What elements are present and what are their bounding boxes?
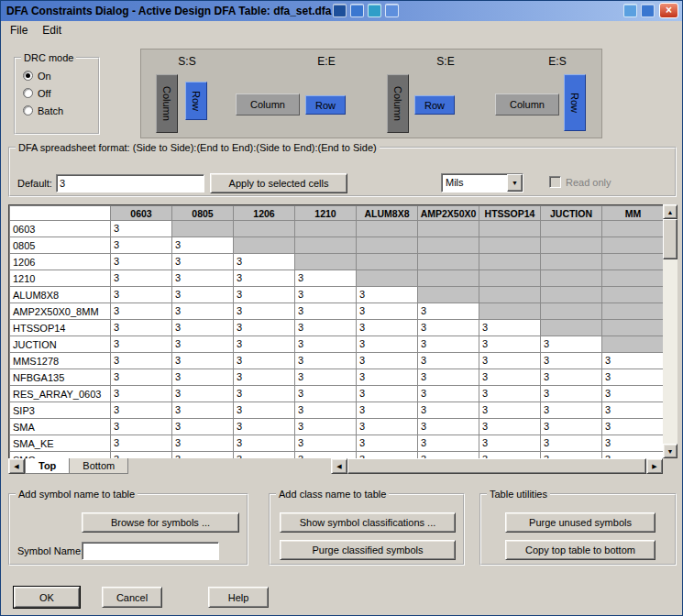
grid-cell[interactable]: 3 <box>418 386 479 402</box>
grid-cell[interactable]: 3 <box>172 254 234 270</box>
grid-cell[interactable] <box>418 254 479 270</box>
grid-cell[interactable]: 3 <box>111 320 172 336</box>
grid-cell[interactable]: 3 <box>418 353 479 369</box>
grid-cell[interactable]: 3 <box>172 237 234 254</box>
grid-cell[interactable]: 3 <box>357 287 418 303</box>
se-column-button[interactable]: Column <box>387 74 409 133</box>
column-header-1206[interactable]: 1206 <box>234 206 295 221</box>
grid-cell[interactable] <box>479 287 541 303</box>
grid-cell[interactable]: 3 <box>234 254 295 270</box>
row-header-mms1278[interactable]: MMS1278 <box>10 353 111 369</box>
menu-file[interactable]: File <box>3 21 35 39</box>
grid-cell[interactable]: 3 <box>111 435 172 452</box>
tab-scroll-left-button[interactable]: ◀ <box>8 458 25 474</box>
grid-cell[interactable] <box>602 254 664 270</box>
grid-cell[interactable] <box>541 237 602 254</box>
row-header-sma[interactable]: SMA <box>10 419 111 435</box>
read-only-checkbox[interactable] <box>549 176 561 188</box>
grid-cell[interactable]: 3 <box>479 353 541 369</box>
column-header-htssop14[interactable]: HTSSOP14 <box>479 206 541 221</box>
grid-cell[interactable]: 3 <box>172 419 234 435</box>
grid-cell[interactable]: 3 <box>479 386 541 402</box>
grid-cell[interactable]: 3 <box>172 435 234 452</box>
grid-cell[interactable]: 3 <box>234 419 295 435</box>
grid-cell[interactable] <box>357 221 418 237</box>
horizontal-scrollbar[interactable]: ◀ ▶ <box>331 458 663 474</box>
ime-keyboard-icon[interactable] <box>350 4 364 17</box>
close-button[interactable]: × <box>659 3 678 18</box>
grid-cell[interactable]: 3 <box>541 336 602 353</box>
grid-cell[interactable] <box>541 287 602 303</box>
row-header-0805[interactable]: 0805 <box>10 237 111 254</box>
grid-cell[interactable] <box>602 320 664 336</box>
row-header-smc[interactable]: SMC <box>10 452 111 459</box>
grid-cell[interactable]: 3 <box>234 287 295 303</box>
grid-cell[interactable]: 3 <box>295 402 357 419</box>
grid-cell[interactable]: 3 <box>357 336 418 353</box>
grid-cell[interactable] <box>602 237 664 254</box>
grid-cell[interactable] <box>479 303 541 320</box>
grid-cell[interactable] <box>234 237 295 254</box>
se-row-button[interactable]: Row <box>414 95 455 115</box>
grid-cell[interactable]: 3 <box>111 419 172 435</box>
purge-unused-symbols-button[interactable]: Purge unused symbols <box>505 512 655 533</box>
ok-button[interactable]: OK <box>14 587 80 608</box>
sheet-tab-bottom[interactable]: Bottom <box>69 458 128 474</box>
grid-cell[interactable]: 3 <box>479 419 541 435</box>
grid-cell[interactable]: 3 <box>479 336 541 353</box>
grid-cell[interactable]: 3 <box>479 402 541 419</box>
ime-mode-icon[interactable] <box>333 4 347 17</box>
row-header-amp2x50x0_8mm[interactable]: AMP2X50X0_8MM <box>10 303 111 320</box>
column-header-0805[interactable]: 0805 <box>172 206 234 221</box>
grid-cell[interactable]: 3 <box>418 369 479 386</box>
grid-cell[interactable]: 3 <box>602 402 664 419</box>
browse-for-symbols-button[interactable]: Browse for symbols ... <box>82 512 239 533</box>
grid-cell[interactable] <box>541 254 602 270</box>
grid-cell[interactable]: 3 <box>111 254 172 270</box>
grid-cell[interactable]: 3 <box>172 402 234 419</box>
grid-cell[interactable]: 3 <box>602 369 664 386</box>
ss-column-button[interactable]: Column <box>156 74 178 133</box>
grid-cell[interactable]: 3 <box>541 386 602 402</box>
grid-cell[interactable]: 3 <box>541 419 602 435</box>
apply-to-selected-cells-button[interactable]: Apply to selected cells <box>210 173 347 193</box>
row-header-nfbga135[interactable]: NFBGA135 <box>10 369 111 386</box>
column-header-juction[interactable]: JUCTION <box>541 206 602 221</box>
grid-cell[interactable]: 3 <box>295 435 357 452</box>
grid-cell[interactable] <box>602 303 664 320</box>
grid-cell[interactable]: 3 <box>418 402 479 419</box>
grid-cell[interactable]: 3 <box>111 402 172 419</box>
grid-cell[interactable] <box>541 270 602 287</box>
menu-edit[interactable]: Edit <box>35 21 69 39</box>
grid-cell[interactable]: 3 <box>111 336 172 353</box>
row-header-sma_ke[interactable]: SMA_KE <box>10 435 111 452</box>
grid-cell[interactable]: 3 <box>172 386 234 402</box>
grid-cell[interactable]: 3 <box>541 369 602 386</box>
column-header-mm[interactable]: MM <box>602 206 664 221</box>
row-header-htssop14[interactable]: HTSSOP14 <box>10 320 111 336</box>
vertical-scroll-thumb[interactable] <box>663 219 677 259</box>
grid-cell[interactable]: 3 <box>357 386 418 402</box>
ime-settings-icon[interactable] <box>641 4 655 17</box>
grid-cell[interactable] <box>602 221 664 237</box>
grid-cell[interactable]: 3 <box>172 287 234 303</box>
grid-cell[interactable]: 3 <box>295 353 357 369</box>
row-header-sip3[interactable]: SIP3 <box>10 402 111 419</box>
grid-cell[interactable] <box>479 221 541 237</box>
grid-cell[interactable] <box>602 336 664 353</box>
grid-cell[interactable]: 3 <box>234 435 295 452</box>
grid-cell[interactable]: 3 <box>357 435 418 452</box>
grid-cell[interactable]: 3 <box>357 320 418 336</box>
grid-cell[interactable] <box>357 254 418 270</box>
grid-cell[interactable] <box>295 237 357 254</box>
grid-cell[interactable]: 3 <box>234 270 295 287</box>
grid-cell[interactable]: 3 <box>295 287 357 303</box>
grid-cell[interactable]: 3 <box>295 320 357 336</box>
grid-cell[interactable]: 3 <box>111 270 172 287</box>
horizontal-scroll-thumb[interactable] <box>347 458 646 474</box>
help-button[interactable]: Help <box>208 587 269 608</box>
grid-cell[interactable] <box>357 270 418 287</box>
grid-cell[interactable]: 3 <box>234 336 295 353</box>
grid-cell[interactable] <box>418 287 479 303</box>
grid-cell[interactable]: 3 <box>111 386 172 402</box>
